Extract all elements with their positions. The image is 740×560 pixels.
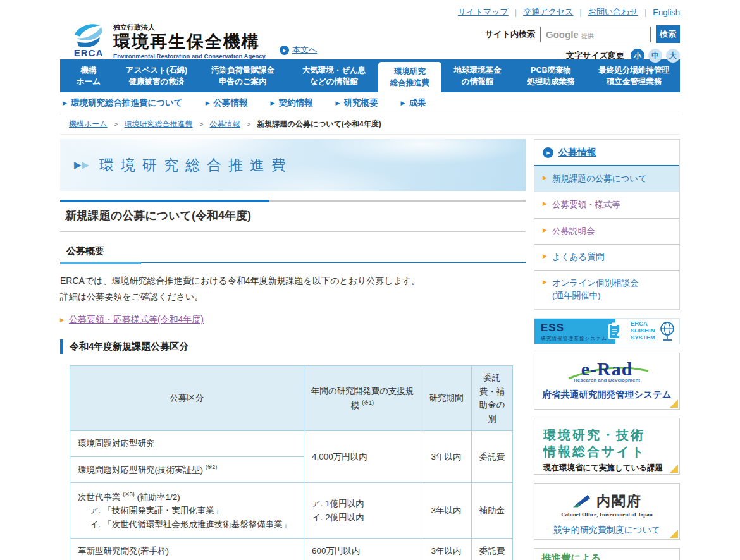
col-header-budget: 年間の研究開発費の支援規模 (※1)	[304, 366, 421, 431]
kankyo-research-site-banner[interactable]: 環境研究・技術 情報総合サイト 現在環境省にて実施している課題	[534, 418, 680, 475]
org-type: 独立行政法人	[113, 23, 266, 32]
cell-category: 革新型研究開発(若手枠)	[70, 539, 304, 560]
org-name: 環境再生保全機構	[113, 32, 266, 52]
menu-item-youryou[interactable]: ▶ 公募要領・様式等	[534, 192, 679, 217]
cell-period: 3年以内	[421, 539, 472, 560]
subnav-koubo[interactable]: ▶公募情報	[206, 97, 248, 109]
utility-links: サイトマップ | 交通アクセス | お問い合わせ | English	[458, 6, 680, 18]
nav-item-disposal-site[interactable]: 最終処分場維持管理積立金管理業務	[588, 59, 680, 92]
col-header-category: 公募区分	[70, 366, 304, 431]
koubo-menu: ▶ 公募情報 ▶ 新規課題の公募について ▶ 公募要領・様式等 ▶ 公募説明会	[534, 139, 680, 310]
triangle-bullet-icon: ▶	[400, 100, 405, 106]
nav-item-home[interactable]: 機構ホーム	[60, 59, 117, 92]
nav-item-global-env-fund[interactable]: 地球環境基金の情報館	[441, 59, 514, 92]
breadcrumb-home[interactable]: 機構ホーム	[69, 119, 108, 130]
circle-play-icon: ▶	[543, 147, 553, 158]
triangle-bullet-icon: ▶	[543, 175, 547, 181]
tab-koubo-gaiyou[interactable]: 公募概要	[60, 243, 141, 263]
google-brand-placeholder: Google	[546, 29, 579, 40]
site-search: サイト内検索 Google 提供 検索	[458, 25, 680, 43]
subnav-results[interactable]: ▶成果	[400, 97, 426, 109]
hero-arrow-icon: ▶	[82, 159, 90, 171]
col-header-type: 委託費・補助金の別	[472, 366, 513, 431]
subnav-overview[interactable]: ▶研究概要	[336, 97, 378, 109]
intro-text: ERCAでは、環境研究総合推進費における令和4年度新規課題を以下のとおり公募しま…	[60, 273, 526, 304]
table-row: 次世代事業 (※3) (補助率1/2) ア. 「技術開発実証・実用化事業」 イ.…	[70, 483, 513, 539]
tab-bar: 公募概要	[60, 243, 526, 263]
koubo-kubun-table: 公募区分 年間の研究開発費の支援規模 (※1) 研究期間 委託費・補助金の別 環…	[70, 365, 513, 560]
globe-icon	[658, 321, 676, 341]
divider: |	[579, 8, 581, 17]
table-row: 環境問題対応型研究 4,000万円以内 3年以内 委託費	[70, 431, 513, 457]
breadcrumb-separator: >	[199, 120, 204, 129]
ess-right: ERCA SUISHIN SYSTEM	[615, 319, 679, 344]
subnav-contract[interactable]: ▶契約情報	[271, 97, 313, 109]
main-column: ▶ ▶ 環境研究総合推進費 新規課題の公募について(令和4年度) 公募概要 ER…	[60, 139, 526, 560]
org-name-en: Environmental Restoration and Conservati…	[113, 52, 266, 59]
cabinet-office-banner[interactable]: 内閣府 Cabinet Office, Government of Japan …	[534, 483, 680, 540]
divider: |	[644, 8, 646, 17]
hero-arrow-icon: ▶	[74, 159, 82, 171]
erca-logo[interactable]: ERCA 独立行政法人 環境再生保全機構 Environmental Resto…	[69, 21, 266, 59]
skip-to-content-link[interactable]: ▶ 本文へ	[280, 44, 317, 56]
link-english[interactable]: English	[653, 8, 680, 17]
triangle-bullet-icon: ▶	[543, 201, 547, 207]
nav-item-asbestos[interactable]: アスベスト(石綿)健康被害の救済	[117, 59, 196, 92]
cell-type: 補助金	[472, 483, 513, 539]
table-row: 革新型研究開発(若手枠) 600万円以内 3年以内 委託費	[70, 539, 513, 560]
hero-title: 環境研究総合推進費	[99, 155, 293, 175]
search-label: サイト内検索	[485, 28, 535, 40]
koubo-menu-title-link[interactable]: ▶ 公募情報	[534, 140, 679, 166]
guideline-link[interactable]: 公募要領・応募様式等(令和4年度)	[69, 314, 204, 326]
link-contact[interactable]: お問い合わせ	[588, 6, 638, 18]
divider: |	[515, 8, 517, 17]
cell-type: 委託費	[472, 539, 513, 560]
subnav-about[interactable]: ▶環境研究総合推進費について	[63, 97, 183, 109]
menu-item-faq[interactable]: ▶ よくある質問	[534, 244, 679, 270]
cell-category: 次世代事業 (※3) (補助率1/2) ア. 「技術開発実証・実用化事業」 イ.…	[70, 483, 304, 539]
ess-left: ESS 研究情報管理基盤システム	[534, 319, 615, 344]
nav-item-research-fund[interactable]: 環境研究総合推進費	[378, 62, 441, 92]
search-button[interactable]: 検索	[656, 25, 680, 43]
erca-swoosh-icon	[71, 21, 106, 47]
hero-banner: ▶ ▶ 環境研究総合推進費	[60, 139, 526, 191]
menu-item-setsumeikai[interactable]: ▶ 公募説明会	[534, 218, 679, 244]
breadcrumb-current: 新規課題の公募について(令和4年度)	[257, 119, 381, 130]
header-utilities: サイトマップ | 交通アクセス | お問い合わせ | English サイト内検…	[458, 4, 680, 59]
youtube-banner[interactable]: 推進費による 研究成果のご紹介 (外部サイトへ移動します) You Tube	[534, 548, 680, 560]
ess-banner[interactable]: ESS 研究情報管理基盤システム ERCA	[534, 318, 680, 344]
breadcrumb-separator: >	[247, 120, 251, 129]
global-nav: 機構ホーム アスベスト(石綿)健康被害の救済 汚染負荷量賦課金申告のご案内 大気…	[60, 59, 680, 92]
menu-item-new-koubo[interactable]: ▶ 新規課題の公募について	[534, 166, 679, 192]
site-search-input[interactable]: Google 提供	[540, 27, 651, 42]
cell-category: 環境問題対応型研究	[70, 431, 304, 457]
clipboard-pencil-icon	[608, 322, 624, 341]
triangle-bullet-icon: ▶	[336, 100, 340, 106]
breadcrumb-koubo[interactable]: 公募情報	[210, 119, 240, 130]
link-sitemap[interactable]: サイトマップ	[458, 6, 509, 18]
link-access[interactable]: 交通アクセス	[523, 6, 573, 18]
table-header-row: 公募区分 年間の研究開発費の支援規模 (※1) 研究期間 委託費・補助金の別	[70, 366, 513, 431]
nav-item-pollution-levy[interactable]: 汚染負荷量賦課金申告のご案内	[196, 59, 290, 92]
col-header-period: 研究期間	[421, 366, 472, 431]
triangle-bullet-icon: ▶	[543, 253, 547, 259]
cell-budget: 600万円以内	[304, 539, 421, 560]
triangle-bullet-icon: ▶	[63, 100, 67, 106]
logo-text: 独立行政法人 環境再生保全機構 Environmental Restoratio…	[113, 21, 266, 59]
cabinet-office-logo-icon	[572, 494, 592, 509]
cell-type: 委託費	[472, 431, 513, 483]
erad-banner[interactable]: e-Rad Research and Development 府省共通研究開発管…	[534, 353, 680, 410]
triangle-bullet-icon: ▶	[206, 100, 210, 106]
cell-period: 3年以内	[421, 483, 472, 539]
breadcrumb: 機構ホーム > 環境研究総合推進費 > 公募情報 > 新規課題の公募について(令…	[60, 114, 680, 135]
erca-acronym: ERCA	[74, 47, 104, 58]
site-header: ERCA 独立行政法人 環境再生保全機構 Environmental Resto…	[60, 0, 680, 59]
breadcrumb-fund[interactable]: 環境研究総合推進費	[125, 119, 193, 130]
google-teikyo-placeholder: 提供	[581, 32, 594, 40]
triangle-bullet-icon: ▶	[271, 100, 275, 106]
breadcrumb-separator: >	[114, 120, 118, 129]
cell-budget: ア. 1億円以内 イ. 2億円以内	[304, 483, 421, 539]
nav-item-pcb[interactable]: PCB廃棄物処理助成業務	[514, 59, 588, 92]
nav-item-air-asthma[interactable]: 大気環境・ぜん息などの情報館	[290, 59, 378, 92]
menu-item-online-soudan[interactable]: ▶ オンライン個別相談会(通年開催中)	[534, 270, 679, 309]
